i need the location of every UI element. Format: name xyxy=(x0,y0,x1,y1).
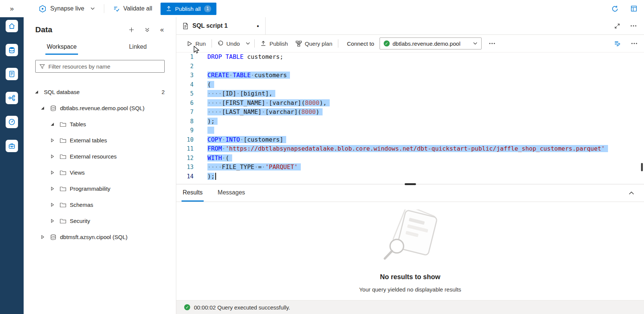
nav-monitor[interactable] xyxy=(6,116,18,128)
tab-label: Workspace xyxy=(45,40,78,55)
tree-item[interactable]: Programmability xyxy=(24,181,176,197)
tab-sql-script-1[interactable]: SQL script 1 ● xyxy=(176,17,266,34)
synapse-live-dropdown[interactable]: Synapse live xyxy=(36,2,98,15)
text-cursor xyxy=(215,173,216,180)
run-button[interactable]: Run xyxy=(183,37,210,49)
tree-item-label: Security xyxy=(70,218,90,224)
line-number: 1 xyxy=(176,52,194,62)
tree-item[interactable]: Tables xyxy=(24,116,176,132)
tab-linked[interactable]: Linked xyxy=(100,40,176,55)
collapsed-twisty-icon[interactable] xyxy=(50,203,54,207)
code-line[interactable]: 10COPY·INTO·[customers] xyxy=(176,135,644,145)
tab-messages[interactable]: Messages xyxy=(216,184,246,202)
code-line[interactable]: 7····[LAST_NAME]·[varchar](8000) xyxy=(176,108,644,117)
code-line[interactable]: 5····[ID]·[bigint], xyxy=(176,89,644,99)
toolbar-more-button[interactable] xyxy=(485,37,499,49)
chevron-up-icon xyxy=(629,191,634,195)
maximize-editor-button[interactable] xyxy=(614,22,621,30)
split-drag-handle[interactable] xyxy=(405,183,416,185)
tree-item[interactable]: dbtmsft.azsyn.cipool (SQL) xyxy=(24,229,176,245)
expanded-twisty-icon[interactable] xyxy=(50,122,54,126)
expanded-twisty-icon[interactable] xyxy=(34,90,39,94)
editor-more-button[interactable] xyxy=(630,24,637,27)
nav-integrate[interactable] xyxy=(6,92,18,104)
tab-results[interactable]: Results xyxy=(182,184,204,202)
toolbar-overflow-button[interactable] xyxy=(630,42,638,45)
tree-item-label: dbtlabs.revenue.demo.pool (SQL) xyxy=(60,105,144,111)
connect-to-pool-select[interactable]: ✓ dbtlabs.revenue.demo.pool xyxy=(380,37,482,49)
publish-all-label: Publish all xyxy=(175,6,201,12)
nav-data[interactable] xyxy=(6,44,18,56)
top-bar-content: Synapse live Validate all Publish all 1 xyxy=(24,0,644,17)
clipboard-button[interactable] xyxy=(630,4,638,13)
sql-pool-icon xyxy=(50,234,57,240)
sql-pool-icon xyxy=(50,105,57,111)
validate-all-button[interactable]: Validate all xyxy=(110,2,155,15)
code-line[interactable]: 14); xyxy=(176,172,644,181)
tree-item[interactable]: Views xyxy=(24,164,176,181)
code-line[interactable]: 12WITH·( xyxy=(176,154,644,163)
undo-button[interactable]: Undo xyxy=(214,37,244,49)
code-line[interactable]: 9 xyxy=(176,126,644,135)
data-panel-actions: « xyxy=(128,25,165,34)
collapsed-twisty-icon[interactable] xyxy=(50,187,54,191)
synapse-logo-icon xyxy=(39,5,47,13)
code-line[interactable]: 2 xyxy=(176,62,644,71)
query-status-text: 00:00:02 Query executed successfully. xyxy=(194,304,290,311)
line-number: 3 xyxy=(176,71,194,80)
filter-input[interactable] xyxy=(48,63,161,70)
code-line[interactable]: 8); xyxy=(176,117,644,126)
publish-label: Publish xyxy=(269,40,288,47)
nav-develop[interactable] xyxy=(6,68,18,80)
tree-item[interactable]: SQL database2 xyxy=(24,84,176,100)
code-line[interactable]: 3CREATE·TABLE·customers xyxy=(176,71,644,80)
add-resource-button[interactable] xyxy=(128,26,135,33)
tree-item[interactable]: Schemas xyxy=(24,197,176,213)
publish-all-button[interactable]: Publish all 1 xyxy=(161,3,216,15)
collapsed-twisty-icon[interactable] xyxy=(50,154,54,158)
tree-item[interactable]: dbtlabs.revenue.demo.pool (SQL) xyxy=(24,100,176,116)
tree-item[interactable]: External tables xyxy=(24,132,176,148)
plus-icon xyxy=(129,27,134,33)
editor-scrollbar[interactable] xyxy=(641,163,643,171)
connected-check-icon: ✓ xyxy=(384,40,390,46)
refresh-button[interactable] xyxy=(611,4,619,13)
code-line[interactable]: 4( xyxy=(176,80,644,90)
actions-menu-button[interactable] xyxy=(144,27,150,33)
divider xyxy=(254,39,255,48)
undo-dropdown-button[interactable] xyxy=(243,37,252,49)
collapsed-twisty-icon[interactable] xyxy=(40,235,45,239)
expanded-twisty-icon[interactable] xyxy=(40,106,45,110)
query-plan-button[interactable]: Query plan xyxy=(292,37,336,49)
no-results-illustration xyxy=(377,209,443,266)
undo-label: Undo xyxy=(227,40,240,47)
success-check-icon: ✓ xyxy=(184,304,190,310)
manage-icon xyxy=(8,142,15,150)
undo-icon xyxy=(218,40,224,46)
collapsed-twisty-icon[interactable] xyxy=(50,219,54,223)
data-icon xyxy=(8,46,15,54)
divider xyxy=(104,4,104,13)
nav-manage[interactable] xyxy=(6,140,18,152)
run-label: Run xyxy=(195,40,206,47)
expand-nav-button[interactable]: » xyxy=(0,0,24,17)
code-line[interactable]: 11FROM·'https://dbtlabsynapsedatalake.bl… xyxy=(176,144,644,154)
line-number: 2 xyxy=(176,62,194,71)
edit-script-button[interactable] xyxy=(613,39,621,48)
home-icon xyxy=(8,22,15,30)
publish-button[interactable]: Publish xyxy=(257,37,291,49)
collapse-results-button[interactable] xyxy=(628,190,635,196)
sql-editor[interactable]: 1DROP TABLE customers;23CREATE·TABLE·cus… xyxy=(176,52,644,184)
tree-item-label: Schemas xyxy=(70,202,93,208)
code-line[interactable]: 6····[FIRST_NAME]·[varchar](8000), xyxy=(176,99,644,108)
collapsed-twisty-icon[interactable] xyxy=(50,138,54,142)
collapse-panel-button[interactable]: « xyxy=(159,25,165,34)
code-line[interactable]: 1DROP TABLE customers; xyxy=(176,52,644,62)
nav-home[interactable] xyxy=(6,20,18,32)
collapsed-twisty-icon[interactable] xyxy=(50,170,54,175)
tree-item[interactable]: External resources xyxy=(24,148,176,164)
tab-workspace[interactable]: Workspace xyxy=(24,40,100,55)
code-line[interactable]: 13····FILE_TYPE·=·'PARQUET' xyxy=(176,163,644,172)
document-tabstrip: SQL script 1 ● xyxy=(176,17,644,35)
tree-item[interactable]: Security xyxy=(24,213,176,229)
